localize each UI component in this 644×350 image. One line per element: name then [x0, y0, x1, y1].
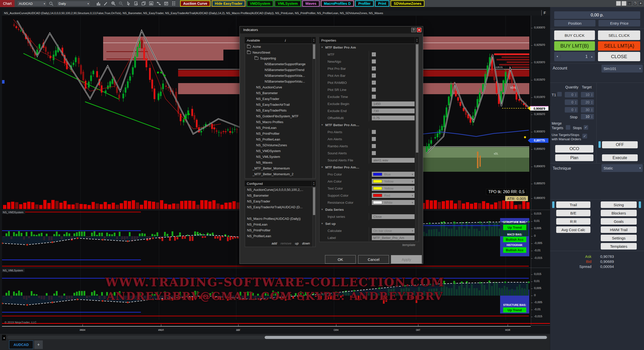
scrollbar-thumb[interactable]: [265, 336, 547, 339]
scroll-arrows[interactable]: ▲▼: [312, 181, 316, 187]
property-checkbox[interactable]: [372, 151, 376, 155]
time-axis[interactable]: [2, 326, 531, 327]
property-row-mtf-better-pro-am-[interactable]: ▼MTF Better Pro Am…: [319, 121, 419, 128]
property-row-plot-rambo[interactable]: Plot RAMBO✓: [319, 79, 419, 86]
qty-stepper-1[interactable]: 0▴▾: [565, 92, 578, 97]
property-row-mtf[interactable]: MTF✓: [319, 51, 419, 58]
property-input[interactable]: 1450: [372, 101, 415, 106]
execute-button[interactable]: Execute: [602, 154, 638, 161]
tree-item-ns-barometer[interactable]: NS_Barometer: [245, 90, 315, 96]
scrollbar-thumb[interactable]: [313, 187, 315, 215]
tree-item--mtf-better-momentum[interactable]: _MTF_Better_Momentum: [245, 165, 315, 171]
configured-item[interactable]: NS_PrintLean: [245, 222, 315, 227]
interval-select[interactable]: Daily ▾: [57, 1, 91, 6]
property-row-exclude-end[interactable]: Exclude End730: [319, 107, 419, 114]
close-position-button[interactable]: CLOSE: [598, 52, 640, 61]
toolbar-toggle-vmdsystem[interactable]: VMDSystem: [247, 1, 273, 7]
vml-indicator-panel[interactable]: STRUCTURE BIAS:Up Trend: [2, 268, 531, 320]
price-axis[interactable]: 0,9300'00,9250'00,9200'00,9150'00,9100'0…: [531, 16, 550, 325]
pencil-icon[interactable]: [103, 1, 109, 6]
scroll-left-button[interactable]: ◂: [2, 335, 6, 340]
target-stepper-1[interactable]: 10▴▾: [581, 92, 594, 97]
tree-folder-neurostreet[interactable]: NeuroStreet: [245, 50, 315, 55]
property-checkbox[interactable]: [372, 137, 376, 141]
minimize-button[interactable]: –: [627, 1, 632, 6]
tree-item-ns-profilerlean[interactable]: NS_ProfilerLean: [245, 136, 315, 142]
tree-folder-supporting[interactable]: Supporting: [245, 55, 315, 61]
stepper-icons[interactable]: ▴▾: [590, 115, 593, 118]
property-row-support-color[interactable]: Support ColorRed▾: [319, 192, 419, 199]
tree-item-ns-goldenfibssystem-mtf[interactable]: NS_GoldenFibsSystem_MTF: [245, 113, 315, 119]
property-input[interactable]: Close: [372, 214, 415, 219]
property-input[interactable]: 730: [372, 109, 415, 113]
tree-item-ns-printlean[interactable]: NS_PrintLean: [245, 125, 315, 131]
doc-search-icon[interactable]: [133, 1, 139, 6]
toolbar-toggle-sdvolumezones[interactable]: SDVolumeZones: [391, 1, 424, 7]
property-row-calculate[interactable]: CalculateOn bar close▾: [319, 227, 419, 234]
collapse-icon[interactable]: ▼: [321, 46, 323, 49]
available-list[interactable]: AcmeNeuroStreetSupportingNSBarometerSupp…: [245, 44, 316, 179]
stepper-up-icon[interactable]: ▴: [588, 55, 595, 58]
add-action[interactable]: add: [271, 241, 277, 245]
configured-item[interactable]: [245, 210, 315, 216]
merge-stops-checkbox[interactable]: ✓: [584, 125, 588, 130]
property-row-mtf-better-pro-am-[interactable]: ▼MTF Better Pro Am…: [319, 164, 419, 171]
toolbar-toggle-vmlsystem[interactable]: VMLSystem: [275, 1, 301, 7]
ok-button[interactable]: OK: [325, 255, 356, 264]
toolbar-toggle-waves[interactable]: Waves: [302, 1, 319, 7]
property-row-am-color[interactable]: Am ColorYellow▾: [319, 178, 419, 185]
apply-button[interactable]: Apply: [391, 255, 422, 264]
buy-click-button[interactable]: BUY CLICK: [554, 30, 595, 40]
property-row-pro-color[interactable]: Pro ColorBlue▾: [319, 171, 419, 178]
collapse-icon[interactable]: ▼: [321, 124, 323, 126]
property-color-select[interactable]: Yellow▾: [372, 179, 415, 184]
toolbar-toggle-profiler[interactable]: Profiler: [355, 1, 374, 7]
configured-list[interactable]: addremoveupdown NS_AuctionCurve(14,0,0,0…: [245, 187, 316, 247]
horizontal-scrollbar[interactable]: [7, 336, 548, 339]
window-tile-icon[interactable]: [622, 1, 626, 6]
property-row-am-alerts[interactable]: Am Alerts: [319, 135, 419, 143]
avg-cost-calc-button[interactable]: Avg Cost Calc: [556, 226, 590, 233]
t1-checkbox[interactable]: [557, 92, 562, 96]
tree-item-ns-vmlsystem[interactable]: NS_VMLSystem: [245, 154, 315, 160]
property-row-data-series[interactable]: ▼Data Series: [319, 206, 419, 213]
property-checkbox[interactable]: [372, 95, 376, 99]
dialog-title[interactable]: Indicators: [240, 26, 423, 33]
sell-click-button[interactable]: SELL CLICK: [598, 30, 640, 40]
b-e-button[interactable]: B/E: [556, 210, 590, 216]
property-color-select[interactable]: Yellow▾: [372, 186, 415, 191]
panel-divider[interactable]: [2, 268, 550, 268]
remove-action[interactable]: remove: [280, 241, 291, 245]
chart-box-icon[interactable]: [148, 1, 154, 6]
collapse-icon[interactable]: ▼: [321, 222, 323, 225]
qty-stepper-2[interactable]: 0▴▾: [565, 99, 578, 105]
plan-button[interactable]: Plan: [555, 154, 593, 161]
collapse-icon[interactable]: ▼: [321, 166, 323, 168]
tree-item-ns-auctioncurve[interactable]: NS_AuctionCurve: [245, 84, 315, 90]
symbol-select[interactable]: AUDCAD ▾: [17, 1, 47, 6]
property-checkbox[interactable]: ✓: [372, 66, 376, 71]
chart-menu[interactable]: Chart: [0, 0, 15, 7]
property-row-resistance-color[interactable]: Resistance ColorWhite▾: [319, 199, 419, 206]
down-action[interactable]: down: [302, 241, 310, 245]
vertical-scrollbar[interactable]: [312, 187, 315, 247]
tree-item-ns-easytraderplots[interactable]: NS_EasyTraderPlots: [245, 108, 315, 113]
search-icon[interactable]: [48, 1, 54, 6]
help-button[interactable]: ?: [411, 28, 416, 32]
qty-stepper-3[interactable]: 0▴▾: [565, 107, 578, 113]
target-stepper-3[interactable]: 30▴▾: [581, 107, 594, 113]
trail-button[interactable]: Trail: [556, 201, 590, 208]
zoom-out-icon[interactable]: [118, 1, 124, 6]
sizing-button[interactable]: Sizing: [601, 201, 637, 208]
property-row-label[interactable]: LabelMTF_Better_Pro_Am: [319, 234, 419, 241]
window-tile-icon[interactable]: [616, 1, 621, 6]
collapse-icon[interactable]: ▼: [321, 208, 323, 211]
use-targets-checkbox[interactable]: ✓: [582, 134, 587, 138]
stop-stepper[interactable]: 10 ▴▾: [581, 114, 594, 119]
cursor-icon[interactable]: [125, 1, 132, 6]
position-button[interactable]: Position: [554, 20, 595, 26]
restore-button[interactable]: ❒: [633, 1, 637, 6]
property-row-plot-am-bar[interactable]: Plot Am Bar✓: [319, 72, 419, 79]
close-button[interactable]: ✕: [638, 1, 643, 6]
property-row-mtf-better-pro-am[interactable]: ▼MTF Better Pro Am: [319, 44, 419, 51]
